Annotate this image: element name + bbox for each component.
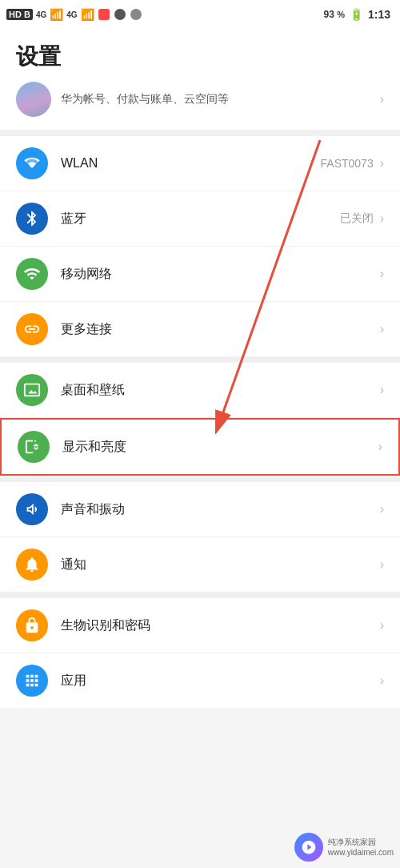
watermark-logo bbox=[294, 833, 323, 862]
page-title: 设置 bbox=[16, 42, 384, 72]
account-chevron-icon: › bbox=[380, 92, 384, 106]
section-divider-3 bbox=[0, 476, 400, 482]
wlan-value: FAST0073 bbox=[321, 157, 374, 170]
biometric-password-icon bbox=[16, 609, 48, 641]
signal-4g-1: 4G bbox=[36, 10, 46, 19]
biometric-password-label: 生物识别和密码 bbox=[61, 617, 374, 634]
settings-section-display: 桌面和壁纸 › 显示和亮度 › bbox=[0, 363, 400, 476]
settings-item-bluetooth[interactable]: 蓝牙 已关闭 › bbox=[0, 191, 400, 247]
battery-icon: 🔋 bbox=[350, 8, 363, 21]
sound-vibration-label: 声音和振动 bbox=[61, 501, 374, 518]
section-divider-1 bbox=[0, 130, 400, 136]
display-brightness-icon bbox=[18, 431, 50, 463]
bluetooth-icon bbox=[16, 203, 48, 235]
signal-bars-icon: 📶 bbox=[50, 8, 63, 21]
page-wrapper: HD B 4G 📶 4G 📶 93 % 🔋 1:13 设置 华为帐号、付款与账单 bbox=[0, 0, 400, 868]
avatar-image bbox=[16, 82, 51, 117]
notification-icon-2 bbox=[114, 9, 126, 20]
wlan-label: WLAN bbox=[61, 156, 321, 171]
apps-chevron-icon: › bbox=[380, 673, 384, 688]
section-divider-2 bbox=[0, 356, 400, 363]
more-connection-icon bbox=[16, 313, 48, 345]
settings-section-network: WLAN FAST0073 › 蓝牙 已关闭 › 移动网络 › bbox=[0, 136, 400, 356]
settings-section-sound: 声音和振动 › 通知 › bbox=[0, 482, 400, 592]
notification-icon-1 bbox=[98, 9, 110, 20]
settings-item-sound[interactable]: 声音和振动 › bbox=[0, 482, 400, 537]
desktop-wallpaper-chevron-icon: › bbox=[380, 383, 384, 397]
mobile-network-chevron-icon: › bbox=[380, 267, 384, 281]
settings-item-more-connection[interactable]: 更多连接 › bbox=[0, 302, 400, 356]
watermark: 纯净系统家园 www.yidaimei.com bbox=[294, 833, 394, 862]
settings-item-wlan[interactable]: WLAN FAST0073 › bbox=[0, 136, 400, 191]
watermark-text: 纯净系统家园 www.yidaimei.com bbox=[328, 837, 394, 858]
notification-label: 通知 bbox=[61, 557, 374, 573]
battery-level: 93 % bbox=[323, 9, 344, 20]
account-description: 华为帐号、付款与账单、云空间等 bbox=[61, 92, 229, 106]
display-brightness-label: 显示和亮度 bbox=[62, 439, 372, 456]
apps-icon bbox=[16, 665, 48, 697]
avatar bbox=[16, 82, 51, 117]
carrier-label: HD B bbox=[6, 9, 33, 20]
wlan-icon bbox=[16, 147, 48, 179]
wlan-chevron-icon: › bbox=[380, 156, 384, 171]
sound-vibration-icon bbox=[16, 493, 48, 525]
settings-item-desktop[interactable]: 桌面和壁纸 › bbox=[0, 363, 400, 418]
display-brightness-chevron-icon: › bbox=[378, 440, 382, 454]
bluetooth-value: 已关闭 bbox=[340, 211, 374, 226]
settings-section-security: 生物识别和密码 › 应用 › bbox=[0, 598, 400, 708]
settings-item-apps[interactable]: 应用 › bbox=[0, 653, 400, 708]
apps-label: 应用 bbox=[61, 673, 374, 689]
header-section: 设置 华为帐号、付款与账单、云空间等 › bbox=[0, 29, 400, 130]
desktop-wallpaper-label: 桌面和壁纸 bbox=[61, 382, 374, 399]
biometric-password-chevron-icon: › bbox=[380, 618, 384, 633]
settings-item-biometric[interactable]: 生物识别和密码 › bbox=[0, 598, 400, 653]
bluetooth-label: 蓝牙 bbox=[61, 211, 340, 227]
more-connection-label: 更多连接 bbox=[61, 321, 374, 338]
mobile-network-icon bbox=[16, 258, 48, 290]
desktop-wallpaper-icon bbox=[16, 374, 48, 406]
settings-item-mobile[interactable]: 移动网络 › bbox=[0, 247, 400, 302]
mobile-network-label: 移动网络 bbox=[61, 266, 374, 283]
notification-icon-3 bbox=[130, 9, 142, 20]
bluetooth-chevron-icon: › bbox=[380, 211, 384, 226]
more-connection-chevron-icon: › bbox=[380, 322, 384, 336]
status-bar-right: 93 % 🔋 1:13 bbox=[323, 8, 390, 21]
notification-chevron-icon: › bbox=[380, 557, 384, 572]
signal-4g-2: 4G bbox=[66, 10, 77, 19]
wifi-icon: 📶 bbox=[81, 8, 94, 21]
sound-vibration-chevron-icon: › bbox=[380, 502, 384, 516]
settings-item-notification[interactable]: 通知 › bbox=[0, 537, 400, 592]
status-bar: HD B 4G 📶 4G 📶 93 % 🔋 1:13 bbox=[0, 0, 400, 29]
account-row[interactable]: 华为帐号、付款与账单、云空间等 › bbox=[16, 82, 384, 120]
notification-icon bbox=[16, 549, 48, 581]
settings-item-display[interactable]: 显示和亮度 › bbox=[0, 418, 400, 476]
time-display: 1:13 bbox=[368, 8, 390, 21]
section-divider-4 bbox=[0, 592, 400, 598]
status-bar-left: HD B 4G 📶 4G 📶 bbox=[6, 8, 142, 21]
